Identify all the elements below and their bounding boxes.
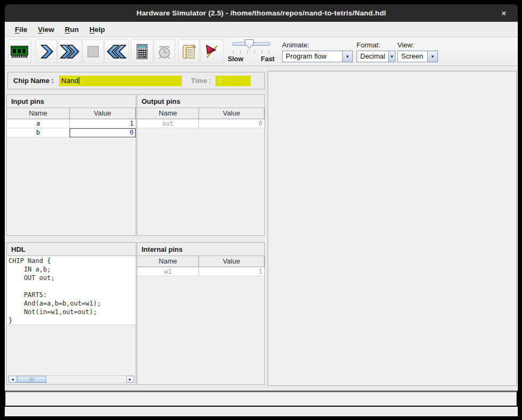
column-header-value: Value	[70, 108, 136, 119]
time-label: Time :	[191, 77, 211, 85]
pin-name: out	[137, 119, 199, 128]
menu-view[interactable]: View	[32, 26, 60, 34]
pin-value[interactable]: 1	[70, 119, 136, 128]
pin-name: b	[7, 128, 70, 137]
column-header-name: Name	[137, 256, 199, 267]
bottom-strip	[5, 407, 518, 416]
column-header-value: Value	[199, 256, 264, 267]
single-step-icon	[38, 44, 54, 60]
column-header-value: Value	[199, 108, 264, 119]
slider-thumb-face	[245, 40, 253, 48]
run-icon	[59, 44, 80, 60]
toolbar: Slow Fast Animate: Program flow ▼ Format…	[5, 37, 518, 66]
column-header-name: Name	[7, 108, 70, 119]
window-title: Hardware Simulator (2.5) - /home/thomas/…	[136, 9, 386, 17]
hdl-panel: HDL CHIP Nand { IN a,b; OUT out; PARTS: …	[6, 242, 136, 385]
slow-label: Slow	[228, 55, 243, 63]
stop-icon	[87, 45, 100, 58]
column-header-name: Name	[137, 108, 199, 119]
chip-display-panel	[268, 71, 517, 386]
scrollbar-track[interactable]	[16, 376, 126, 383]
hdl-code[interactable]: CHIP Nand { IN a,b; OUT out; PARTS: And(…	[7, 256, 136, 325]
view-script-button[interactable]	[178, 39, 200, 63]
chip-name-label: Chip Name :	[13, 77, 54, 85]
app-window: Hardware Simulator (2.5) - /home/thomas/…	[0, 0, 522, 420]
input-pins-title: Input pins	[7, 95, 136, 108]
format-label: Format:	[357, 41, 395, 49]
calculator-icon	[135, 43, 150, 60]
load-chip-button[interactable]	[8, 39, 31, 63]
view-select[interactable]: Screen ▼	[397, 51, 438, 62]
breakpoints-button[interactable]	[200, 39, 223, 63]
animate-select[interactable]: Program flow ▼	[282, 51, 353, 62]
speed-slider: Slow Fast	[228, 39, 275, 64]
single-step-button[interactable]	[36, 39, 57, 63]
script-icon	[181, 43, 197, 60]
pin-value: 0	[199, 119, 264, 128]
chip-name-bar: Chip Name : Nand Time : 7	[7, 72, 265, 89]
clock-icon	[156, 44, 172, 60]
chevron-down-icon[interactable]: ▼	[388, 51, 395, 62]
clock-button[interactable]	[154, 39, 175, 63]
animate-label: Animate:	[282, 41, 353, 49]
slider-ticks	[233, 51, 269, 54]
pin-value-editing[interactable]: 0	[70, 128, 136, 137]
pin-name: w1	[137, 267, 199, 276]
breakpoint-flag-icon	[203, 43, 220, 60]
animate-group: Animate: Program flow ▼	[282, 41, 353, 62]
internal-pins-table: Name Value w1 1	[137, 256, 264, 276]
status-message-bar	[5, 391, 517, 406]
scroll-right-icon[interactable]: ►	[126, 376, 134, 383]
fast-label: Fast	[261, 55, 275, 63]
menu-file[interactable]: File	[10, 26, 32, 34]
reset-icon	[106, 44, 127, 60]
input-pins-table: Name Value a 1 b 0	[7, 108, 136, 137]
calculator-button[interactable]	[131, 39, 153, 63]
slider-labels: Slow Fast	[228, 55, 275, 63]
load-chip-icon	[10, 44, 29, 59]
output-pins-title: Output pins	[137, 95, 264, 108]
chevron-down-icon[interactable]: ▼	[427, 51, 437, 62]
menu-run[interactable]: Run	[60, 26, 84, 34]
internal-pins-title: Internal pins	[137, 243, 264, 256]
scroll-left-icon[interactable]: ◄	[9, 376, 16, 383]
pin-name: a	[7, 119, 70, 128]
menu-help[interactable]: Help	[84, 26, 110, 34]
slider-thumb[interactable]	[245, 39, 254, 48]
input-pins-panel: Input pins Name Value a 1 b 0	[6, 94, 136, 236]
scrollbar-thumb[interactable]	[17, 376, 46, 383]
title-bar: Hardware Simulator (2.5) - /home/thomas/…	[5, 4, 518, 22]
chip-name-input[interactable]: Nand	[59, 76, 182, 86]
hdl-horizontal-scrollbar[interactable]: ◄ ►	[8, 375, 135, 383]
format-select[interactable]: Decimal ▼	[357, 51, 395, 62]
internal-pins-panel: Internal pins Name Value w1 1	[137, 242, 265, 385]
reset-button[interactable]	[104, 39, 129, 63]
close-icon[interactable]: ×	[496, 4, 511, 22]
hdl-title: HDL	[7, 243, 136, 256]
chevron-down-icon[interactable]: ▼	[342, 51, 352, 62]
main-content: Chip Name : Nand Time : 7 Input pins Nam…	[5, 66, 518, 391]
output-pins-table: Name Value out 0	[137, 108, 264, 128]
menu-bar: File View Run Help	[5, 22, 518, 37]
stop-button[interactable]	[82, 39, 104, 63]
pin-value: 1	[199, 267, 264, 276]
view-label: View:	[397, 41, 438, 49]
output-pins-panel: Output pins Name Value out 0	[137, 94, 265, 236]
time-field: 7	[216, 76, 251, 86]
format-group: Format: Decimal ▼	[357, 41, 395, 62]
run-button[interactable]	[57, 39, 82, 63]
view-group: View: Screen ▼	[397, 41, 438, 62]
